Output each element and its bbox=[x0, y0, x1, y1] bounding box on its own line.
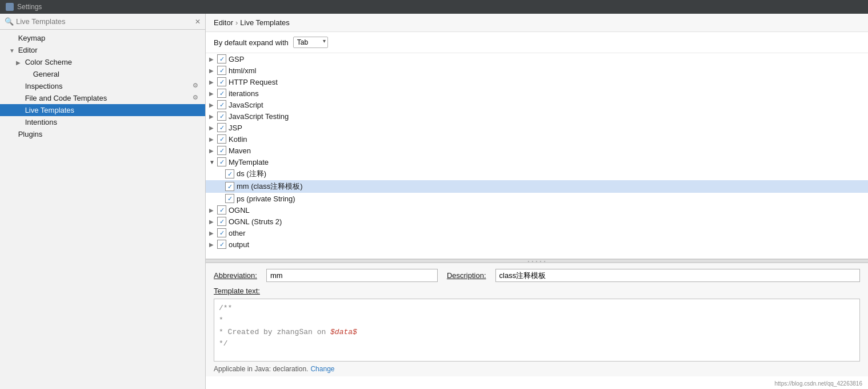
sidebar-label-color-scheme: Color Scheme bbox=[25, 58, 72, 66]
abbreviation-input[interactable] bbox=[266, 269, 438, 282]
expand-dropdown[interactable]: Tab Enter Space bbox=[293, 37, 328, 48]
title-bar: Settings bbox=[0, 0, 868, 14]
template-item-ps[interactable]: ps (private String) bbox=[206, 193, 868, 204]
main-content: 🔍 ✕ Keymap ▼ Editor ▶ Color Scheme bbox=[0, 14, 868, 389]
label-javascript: JavaScript bbox=[229, 101, 263, 109]
template-group-kotlin[interactable]: ▶ Kotlin bbox=[206, 133, 868, 145]
template-item-ds[interactable]: ds (注释) bbox=[206, 168, 868, 180]
label-http-request: HTTP Request bbox=[229, 78, 278, 86]
file-templates-settings-icon: ⚙ bbox=[193, 94, 198, 101]
search-icon: 🔍 bbox=[5, 17, 14, 26]
template-group-ognl-struts2[interactable]: ▶ OGNL (Struts 2) bbox=[206, 216, 868, 227]
code-line-4: */ bbox=[219, 338, 855, 350]
arrow-plugins bbox=[9, 132, 16, 138]
template-group-maven[interactable]: ▶ Maven bbox=[206, 145, 868, 156]
arrow-other: ▶ bbox=[209, 230, 217, 236]
template-group-javascript[interactable]: ▶ JavaScript bbox=[206, 99, 868, 110]
checkbox-mytemplate[interactable] bbox=[217, 157, 226, 166]
abbreviation-label: Abbreviation: bbox=[214, 271, 257, 280]
checkbox-ognl[interactable] bbox=[217, 205, 226, 215]
template-editor[interactable]: /** * * Created by zhangSan on $data$ */ bbox=[214, 299, 860, 362]
sidebar-item-color-scheme[interactable]: ▶ Color Scheme bbox=[0, 56, 205, 68]
expand-bar: By default expand with Tab Enter Space bbox=[206, 32, 868, 53]
sidebar-item-keymap[interactable]: Keymap bbox=[0, 32, 205, 44]
arrow-color-scheme: ▶ bbox=[16, 59, 23, 66]
label-ognl-struts2: OGNL (Struts 2) bbox=[229, 217, 282, 226]
search-input[interactable] bbox=[16, 17, 193, 26]
label-ds: ds (注释) bbox=[237, 169, 266, 179]
code-line-3: * Created by zhangSan on $data$ bbox=[219, 327, 855, 339]
checkbox-iterations[interactable] bbox=[217, 89, 226, 98]
template-list: ▶ GSP ▶ html/xml ▶ HTTP Request ▶ iterat… bbox=[206, 53, 868, 259]
template-group-iterations[interactable]: ▶ iterations bbox=[206, 88, 868, 99]
template-group-gsp[interactable]: ▶ GSP bbox=[206, 53, 868, 65]
checkbox-kotlin[interactable] bbox=[217, 134, 226, 144]
code-variable-data: $data$ bbox=[330, 328, 357, 336]
label-maven: Maven bbox=[229, 146, 251, 155]
arrow-http-request: ▶ bbox=[209, 79, 217, 85]
sidebar-label-general: General bbox=[33, 70, 59, 78]
sidebar-label-editor: Editor bbox=[18, 46, 38, 54]
label-gsp: GSP bbox=[229, 55, 244, 63]
clear-icon[interactable]: ✕ bbox=[195, 18, 201, 26]
abbreviation-row: Abbreviation: Description: bbox=[214, 269, 860, 282]
checkbox-ognl-struts2[interactable] bbox=[217, 217, 226, 226]
checkbox-html-xml[interactable] bbox=[217, 66, 226, 75]
checkbox-jsp[interactable] bbox=[217, 123, 226, 132]
breadcrumb: Editor › Live Templates bbox=[206, 14, 868, 32]
sidebar-tree: Keymap ▼ Editor ▶ Color Scheme General I… bbox=[0, 30, 205, 389]
checkbox-gsp[interactable] bbox=[217, 54, 226, 63]
expand-label: By default expand with bbox=[214, 38, 289, 47]
template-group-http-request[interactable]: ▶ HTTP Request bbox=[206, 76, 868, 88]
template-group-javascript-testing[interactable]: ▶ JavaScript Testing bbox=[206, 110, 868, 122]
label-javascript-testing: JavaScript Testing bbox=[229, 112, 289, 121]
search-bar: 🔍 ✕ bbox=[0, 14, 205, 30]
label-mm: mm (class注释模板) bbox=[237, 181, 303, 192]
checkbox-other[interactable] bbox=[217, 228, 226, 237]
label-ps: ps (private String) bbox=[237, 194, 295, 203]
arrow-ognl: ▶ bbox=[209, 207, 217, 213]
arrow-general bbox=[24, 72, 31, 78]
checkbox-ps[interactable] bbox=[225, 194, 234, 203]
expand-dropdown-wrap[interactable]: Tab Enter Space bbox=[293, 37, 328, 48]
template-group-jsp[interactable]: ▶ JSP bbox=[206, 122, 868, 133]
change-link[interactable]: Change bbox=[310, 365, 334, 373]
sidebar-item-general[interactable]: General bbox=[0, 68, 205, 80]
abbreviation-label-text: Abbreviation: bbox=[214, 271, 257, 280]
description-input[interactable] bbox=[495, 269, 860, 282]
label-mytemplate: MyTemplate bbox=[229, 158, 269, 166]
label-html-xml: html/xml bbox=[229, 66, 256, 75]
checkbox-maven[interactable] bbox=[217, 146, 226, 155]
checkbox-javascript[interactable] bbox=[217, 100, 226, 109]
sidebar-item-intentions[interactable]: Intentions bbox=[0, 116, 205, 128]
inspections-settings-icon: ⚙ bbox=[193, 82, 198, 89]
template-group-ognl[interactable]: ▶ OGNL bbox=[206, 204, 868, 216]
template-group-mytemplate[interactable]: ▼ MyTemplate bbox=[206, 156, 868, 168]
arrow-intentions bbox=[16, 120, 23, 126]
sidebar-item-file-templates[interactable]: File and Code Templates ⚙ bbox=[0, 92, 205, 104]
applicable-text: Applicable in Java: declaration. bbox=[214, 365, 308, 373]
arrow-keymap bbox=[9, 35, 16, 42]
sidebar-item-editor[interactable]: ▼ Editor bbox=[0, 44, 205, 56]
sidebar-item-live-templates[interactable]: Live Templates bbox=[0, 104, 205, 116]
arrow-gsp: ▶ bbox=[209, 56, 217, 62]
template-group-html-xml[interactable]: ▶ html/xml bbox=[206, 65, 868, 76]
sidebar-item-plugins[interactable]: Plugins bbox=[0, 128, 205, 140]
arrow-ds bbox=[217, 171, 225, 177]
sidebar-item-inspections[interactable]: Inspections ⚙ bbox=[0, 80, 205, 92]
arrow-kotlin: ▶ bbox=[209, 136, 217, 142]
checkbox-javascript-testing[interactable] bbox=[217, 112, 226, 121]
template-text-label-text: Template text: bbox=[214, 287, 260, 295]
label-jsp: JSP bbox=[229, 124, 242, 132]
checkbox-http-request[interactable] bbox=[217, 77, 226, 86]
label-output: output bbox=[229, 240, 249, 249]
checkbox-mm[interactable] bbox=[225, 182, 234, 191]
arrow-ognl-struts2: ▶ bbox=[209, 219, 217, 225]
checkbox-output[interactable] bbox=[217, 240, 226, 249]
checkbox-ds[interactable] bbox=[225, 169, 234, 178]
template-item-mm[interactable]: mm (class注释模板) bbox=[206, 180, 868, 193]
arrow-mm bbox=[217, 184, 225, 190]
arrow-jsp: ▶ bbox=[209, 125, 217, 131]
template-group-other[interactable]: ▶ other bbox=[206, 227, 868, 239]
template-group-output[interactable]: ▶ output bbox=[206, 239, 868, 250]
